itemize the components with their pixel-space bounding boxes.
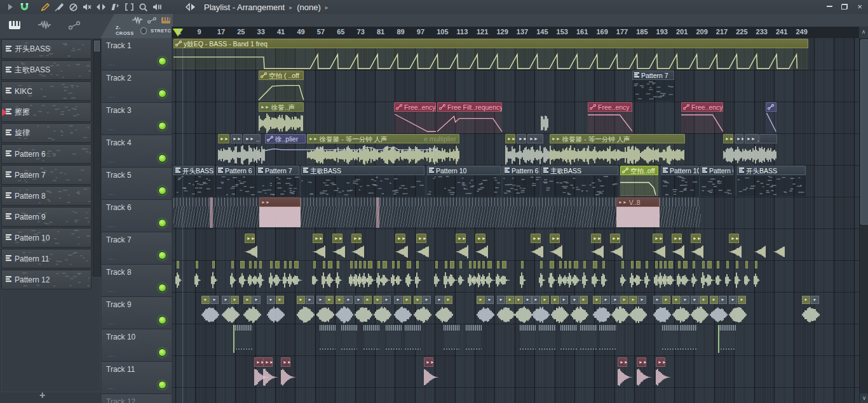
preview-icon[interactable] xyxy=(151,1,163,13)
clip-clap[interactable]: ►► xyxy=(374,296,391,322)
clip-cymbal[interactable]: ►► xyxy=(653,234,667,259)
clip-oneshot[interactable] xyxy=(259,261,262,290)
track-options-dots[interactable]: ... xyxy=(108,351,115,358)
clip-oneshot[interactable] xyxy=(521,261,524,290)
clip-cymbal[interactable]: ►► xyxy=(475,234,489,259)
playlist-speaker-icon[interactable] xyxy=(184,1,197,13)
clip-clap[interactable]: ►► xyxy=(414,296,431,322)
automation-icon[interactable] xyxy=(69,20,80,32)
clip-clap[interactable]: ►► xyxy=(593,296,611,322)
track-options-dots[interactable]: ... xyxy=(108,189,115,196)
clip-oneshot[interactable] xyxy=(392,261,395,290)
clip-cymbal[interactable] xyxy=(754,234,767,259)
track-options-dots[interactable]: ... xyxy=(108,157,115,164)
clip-oneshot[interactable] xyxy=(707,261,712,290)
track-options-dots[interactable]: ... xyxy=(108,92,115,99)
pencil-icon[interactable] xyxy=(39,1,51,13)
track-enable-led[interactable] xyxy=(158,219,166,227)
clip-pattern-strip[interactable] xyxy=(718,325,736,353)
clip-oneshot[interactable] xyxy=(636,261,641,290)
clip-automation[interactable]: 空拍..off xyxy=(620,166,658,196)
clip-pattern-strip[interactable] xyxy=(539,325,556,353)
clip-pattern[interactable]: 开头BASS xyxy=(737,166,806,196)
clip-cymbal[interactable]: ►► xyxy=(672,234,686,259)
clip-clap[interactable]: ►► xyxy=(571,296,588,322)
track-enable-led[interactable] xyxy=(158,316,166,324)
track-enable-led[interactable] xyxy=(158,251,166,260)
clip-pattern-strip[interactable] xyxy=(405,325,421,353)
clip-pattern-strip[interactable] xyxy=(444,325,459,353)
clip-audio-wave[interactable] xyxy=(541,102,548,133)
clip-cymbal[interactable]: ►► xyxy=(691,234,705,259)
clip-reverse-cymbal[interactable]: ►► xyxy=(281,357,298,386)
clip-oneshot[interactable] xyxy=(574,261,578,290)
clip-oneshot[interactable] xyxy=(294,261,299,290)
clip-cymbal[interactable]: ►► xyxy=(351,234,365,259)
close-button[interactable]: × xyxy=(854,1,865,11)
clip-oneshot[interactable] xyxy=(478,261,480,290)
piano-roll-icon[interactable] xyxy=(9,20,20,32)
clip-pattern[interactable]: Pattern 6 xyxy=(216,166,255,196)
clip-automation[interactable]: Free Filt..requency xyxy=(437,102,502,133)
clip-oneshot[interactable] xyxy=(678,261,681,290)
clip-reverse-cymbal[interactable]: ►► xyxy=(637,357,654,386)
pattern-list-item[interactable]: Pattern 7 xyxy=(1,165,92,185)
clip-pattern-strip[interactable] xyxy=(520,325,536,353)
pattern-list-item[interactable]: 开头BASS xyxy=(1,39,92,59)
pattern-list-item[interactable]: 主歌BASS xyxy=(1,60,92,80)
clip-reverse-cymbal[interactable]: ►► xyxy=(263,357,280,386)
clip-pattern[interactable]: Pattern 7 xyxy=(256,166,299,196)
minimize-button[interactable] xyxy=(824,1,835,11)
clip-oneshot[interactable] xyxy=(363,261,366,290)
clip-clap[interactable]: ►► xyxy=(653,296,671,322)
track-header[interactable]: Track 3... xyxy=(102,103,172,135)
clip-automation[interactable] xyxy=(766,102,776,133)
clip-pattern-strip[interactable] xyxy=(233,325,252,353)
pattern-list-item[interactable]: Pattern 12 xyxy=(1,270,92,289)
track-options-dots[interactable]: ... xyxy=(108,124,115,131)
clip-oneshot[interactable] xyxy=(497,261,499,290)
clip-oneshot[interactable] xyxy=(416,261,419,290)
track-lane[interactable] xyxy=(172,324,859,356)
pattern-list-item[interactable]: KIKC xyxy=(1,81,92,101)
track-header[interactable]: Track 5... xyxy=(102,168,172,200)
track-enable-led[interactable] xyxy=(158,284,166,292)
vertical-scrollbar[interactable]: ∨ xyxy=(859,38,868,403)
clip-cymbal[interactable]: ►► xyxy=(610,234,624,259)
clip-pattern-strip[interactable] xyxy=(466,325,482,353)
add-pattern-button[interactable]: + xyxy=(39,390,45,401)
clip-oneshot[interactable] xyxy=(383,261,387,290)
clip-oneshot[interactable] xyxy=(469,261,471,290)
vertical-scrollbar-thumb[interactable] xyxy=(860,39,868,225)
clip-oneshot[interactable] xyxy=(482,261,485,290)
clip-clap[interactable]: ►► xyxy=(267,296,285,322)
clip-pattern-strip[interactable] xyxy=(599,325,616,353)
clip-oneshot[interactable] xyxy=(450,261,454,290)
clip-oneshot[interactable] xyxy=(668,261,673,290)
clip-cymbal[interactable]: ►► xyxy=(729,234,743,259)
clip-oneshot[interactable] xyxy=(254,261,257,290)
clip-oneshot[interactable] xyxy=(275,261,280,290)
clip-automation[interactable]: y鼓EQ - BASS - Band 1 freq xyxy=(173,39,808,69)
clip-oneshot[interactable] xyxy=(355,261,357,290)
track-enable-led[interactable] xyxy=(158,57,166,65)
track-header[interactable]: Track 11... xyxy=(102,362,172,394)
clip-oneshot[interactable] xyxy=(646,261,648,290)
magnet-icon[interactable] xyxy=(18,1,31,13)
playlist-grid[interactable]: y鼓EQ - BASS - Band 1 freq空拍 ( ..offPatte… xyxy=(172,38,859,403)
track-options-dots[interactable]: ... xyxy=(108,221,115,228)
clip-clap[interactable]: ►► xyxy=(497,296,515,322)
track-header[interactable]: Track 2... xyxy=(102,70,172,103)
pattern-list-item[interactable]: Pattern 8 xyxy=(1,186,92,206)
clip-oneshot[interactable] xyxy=(736,261,738,290)
clip-cymbal[interactable]: ►► xyxy=(456,234,470,259)
track-enable-led[interactable] xyxy=(158,122,166,130)
track-enable-led[interactable] xyxy=(158,89,166,98)
clip-clap[interactable]: ►► xyxy=(672,296,690,322)
track-options-dots[interactable]: ... xyxy=(108,254,115,261)
scroll-down-button[interactable]: ∨ xyxy=(860,393,868,403)
clip-oneshot[interactable] xyxy=(569,261,571,290)
clip-clap[interactable]: ►► xyxy=(551,296,569,322)
track-header[interactable]: Track 8... xyxy=(102,265,172,297)
clip-oneshot[interactable] xyxy=(323,261,325,290)
